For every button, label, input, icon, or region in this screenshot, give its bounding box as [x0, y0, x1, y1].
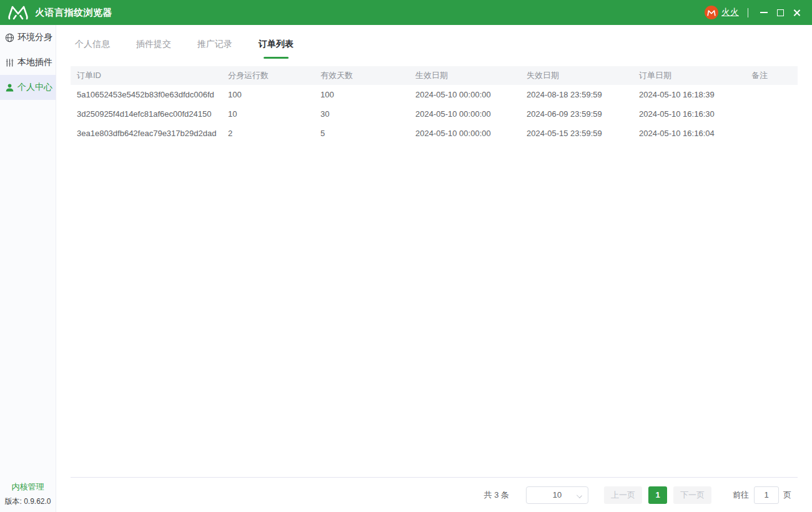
table-row[interactable]: 5a10652453e5452b83f0e63dfdc006fd 100 100…: [71, 85, 798, 104]
cell-effective-date: 2024-05-10 00:00:00: [409, 90, 520, 99]
tab-promotion-records[interactable]: 推广记录: [197, 39, 232, 59]
cell-profile-run-count: 10: [222, 109, 314, 119]
goto-label: 前往: [733, 490, 749, 501]
sidebar-item-label: 个人中心: [17, 82, 52, 93]
user-icon: [5, 83, 14, 92]
sidebar-item-env-profiles[interactable]: 环境分身: [0, 25, 56, 50]
tab-plugin-submit[interactable]: 插件提交: [136, 39, 171, 59]
minimize-button[interactable]: [756, 4, 772, 21]
close-icon: [793, 9, 801, 17]
cell-effective-date: 2024-05-10 00:00:00: [409, 129, 520, 138]
avatar[interactable]: [705, 6, 718, 19]
maximize-icon: [777, 9, 784, 16]
sidebar-item-local-plugins[interactable]: 本地插件: [0, 50, 56, 75]
page-unit-label: 页: [783, 490, 791, 501]
maximize-button[interactable]: [772, 4, 788, 21]
goto-page-input[interactable]: [754, 486, 779, 504]
col-header-profile-run-count: 分身运行数: [222, 70, 314, 81]
sidebar-item-label: 本地插件: [17, 57, 52, 68]
col-header-order-date: 订单日期: [633, 70, 745, 81]
cell-order-date: 2024-05-10 16:18:39: [633, 90, 745, 99]
cell-order-id: 5a10652453e5452b83f0e63dfdc006fd: [71, 90, 222, 99]
username-link[interactable]: 火火: [721, 7, 739, 18]
minimize-icon: [760, 12, 768, 13]
sidebar-item-personal-center[interactable]: 个人中心: [0, 75, 56, 100]
tab-order-list[interactable]: 订单列表: [259, 39, 294, 59]
sidebar: 环境分身 本地插件 个人中心 内核管理 版本: 0.9.62.0: [0, 25, 56, 512]
content-spacer: [71, 143, 798, 477]
sliders-icon: [5, 58, 14, 67]
cell-profile-run-count: 2: [222, 129, 314, 138]
cell-order-date: 2024-05-10 16:16:30: [633, 109, 745, 119]
cell-order-id: 3d250925f4d14efc81af6ec00fd24150: [71, 109, 222, 119]
titlebar-separator: [748, 8, 748, 17]
close-button[interactable]: [788, 4, 805, 21]
cell-expiry-date: 2024-08-18 23:59:59: [520, 90, 633, 99]
pagination-bar: 共 3 条 10 上一页 1 下一页 前往 页: [71, 477, 798, 512]
next-page-button[interactable]: 下一页: [673, 486, 711, 504]
cell-order-date: 2024-05-10 16:16:04: [633, 129, 745, 138]
col-header-remark: 备注: [745, 70, 798, 81]
orders-table: 订单ID 分身运行数 有效天数 生效日期 失效日期 订单日期 备注 5a1065…: [71, 66, 798, 143]
globe-icon: [5, 33, 14, 42]
version-label: 版本: 0.9.62.0: [0, 496, 56, 507]
table-row[interactable]: 3ea1e803dfb642feac79e317b29d2dad 2 5 202…: [71, 124, 798, 143]
col-header-effective-date: 生效日期: [409, 70, 520, 81]
sidebar-footer: 内核管理 版本: 0.9.62.0: [0, 481, 56, 512]
main-content: 个人信息 插件提交 推广记录 订单列表 订单ID 分身运行数 有效天数 生效日期…: [56, 25, 812, 512]
col-header-order-id: 订单ID: [71, 70, 222, 81]
cell-expiry-date: 2024-06-09 23:59:59: [520, 109, 633, 119]
kernel-management-link[interactable]: 内核管理: [0, 481, 56, 493]
app-logo-icon: [6, 4, 30, 21]
col-header-expiry-date: 失效日期: [520, 70, 633, 81]
titlebar: 火语言指纹浏览器 火火: [0, 0, 812, 25]
page-size-value: 10: [553, 490, 562, 500]
chevron-down-icon: [577, 493, 582, 498]
page-number-button[interactable]: 1: [648, 486, 667, 504]
total-count-label: 共 3 条: [484, 490, 509, 501]
table-row[interactable]: 3d250925f4d14efc81af6ec00fd24150 10 30 2…: [71, 104, 798, 124]
app-title: 火语言指纹浏览器: [35, 7, 112, 19]
tab-bar: 个人信息 插件提交 推广记录 订单列表: [71, 39, 798, 59]
sidebar-item-label: 环境分身: [17, 32, 52, 43]
table-body: 5a10652453e5452b83f0e63dfdc006fd 100 100…: [71, 85, 798, 143]
cell-profile-run-count: 100: [222, 90, 314, 99]
prev-page-button[interactable]: 上一页: [604, 486, 642, 504]
cell-valid-days: 100: [314, 90, 409, 99]
tab-personal-info[interactable]: 个人信息: [75, 39, 110, 59]
page-size-select[interactable]: 10: [526, 486, 588, 504]
cell-valid-days: 30: [314, 109, 409, 119]
cell-valid-days: 5: [314, 129, 409, 138]
col-header-valid-days: 有效天数: [314, 70, 409, 81]
cell-order-id: 3ea1e803dfb642feac79e317b29d2dad: [71, 129, 222, 138]
table-header-row: 订单ID 分身运行数 有效天数 生效日期 失效日期 订单日期 备注: [71, 66, 798, 85]
cell-effective-date: 2024-05-10 00:00:00: [409, 109, 520, 119]
cell-expiry-date: 2024-05-15 23:59:59: [520, 129, 633, 138]
